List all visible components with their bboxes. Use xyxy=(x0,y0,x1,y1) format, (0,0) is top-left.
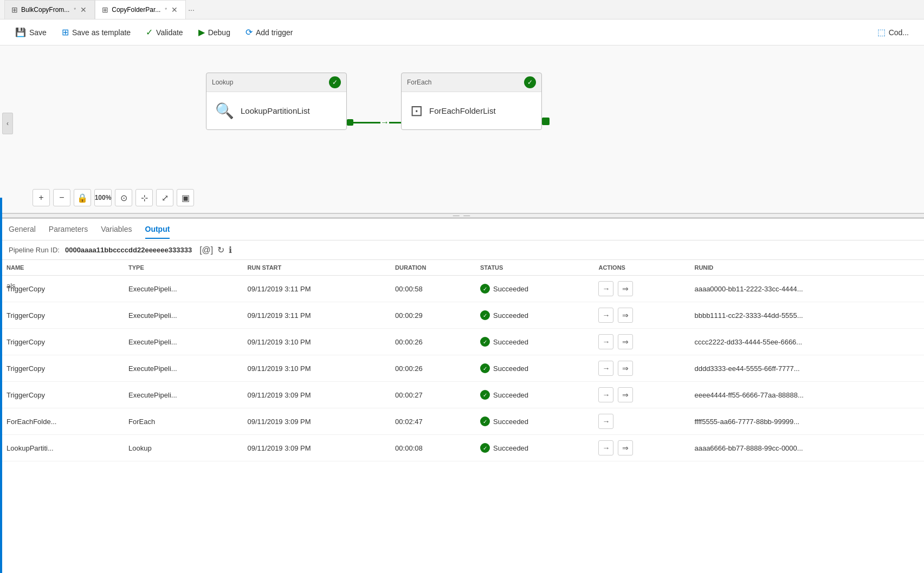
cell-status: ✓ Succeeded xyxy=(474,329,592,355)
foreach-node-label: ForEachFolderList xyxy=(429,106,496,115)
action-open-btn[interactable]: ⇒ xyxy=(618,440,633,455)
drag-handle[interactable]: — — xyxy=(0,213,924,218)
cell-actions: → xyxy=(592,408,688,435)
collapse-panel-btn[interactable]: ‹ xyxy=(2,113,13,134)
code-icon: ⬚ xyxy=(877,27,886,37)
connector-line xyxy=(353,122,380,123)
col-status: STATUS xyxy=(474,260,592,276)
action-navigate-btn[interactable]: → xyxy=(598,334,613,349)
col-duration: DURATION xyxy=(389,260,474,276)
panel-tabs: General Parameters Variables Output xyxy=(0,219,924,240)
action-open-btn[interactable]: ⇒ xyxy=(618,334,633,349)
add-trigger-button[interactable]: ⟳ Add trigger xyxy=(239,24,299,40)
tab-general[interactable]: General xyxy=(9,220,36,239)
lookup-success-badge: ✓ xyxy=(329,76,341,88)
cell-runid: ffff5555-aa66-7777-88bb-99999... xyxy=(688,408,924,435)
canvas-controls: + − 🔒 100% ⊙ ⊹ ⤢ ▣ xyxy=(33,189,194,206)
toolbar: 💾 Save ⊞ Save as template ✓ Validate ▶ D… xyxy=(0,19,924,45)
action-navigate-btn[interactable]: → xyxy=(598,308,613,323)
action-open-btn[interactable]: ⇒ xyxy=(618,361,633,376)
info-icon[interactable]: ℹ xyxy=(229,245,232,255)
left-bar xyxy=(0,198,2,573)
connector-left-dot xyxy=(347,119,353,126)
cell-type: ExecutePipeli... xyxy=(122,382,241,408)
validate-button[interactable]: ✓ Validate xyxy=(139,24,190,40)
save-button[interactable]: 💾 Save xyxy=(9,24,53,40)
fit-btn[interactable]: ⊙ xyxy=(115,189,132,206)
cell-name: LookupPartiti... xyxy=(0,435,122,461)
table-row: ForEachFolde... ForEach 09/11/2019 3:09 … xyxy=(0,408,924,435)
foreach-node[interactable]: ForEach ✓ ⊡ ForEachFolderList xyxy=(401,73,542,130)
action-navigate-btn[interactable]: → xyxy=(598,440,613,455)
pipeline-run-bar: Pipeline Run ID: 0000aaaa11bbccccdd22eee… xyxy=(0,240,924,260)
code-button[interactable]: ⬚ Cod... xyxy=(871,24,915,40)
expand-btn[interactable]: ⤢ xyxy=(156,189,173,206)
cell-run-start: 09/11/2019 3:09 PM xyxy=(241,382,389,408)
tab-2-label: CopyFolderPar... xyxy=(112,6,160,14)
action-open-btn[interactable]: ⇒ xyxy=(618,308,633,323)
tab-2-close[interactable]: ✕ xyxy=(170,5,179,14)
cell-actions: → ⇒ xyxy=(592,355,688,382)
cell-status: ✓ Succeeded xyxy=(474,276,592,302)
action-open-btn[interactable]: ⇒ xyxy=(618,281,633,296)
cell-type: ExecutePipeli... xyxy=(122,355,241,382)
debug-button[interactable]: ▶ Debug xyxy=(192,24,237,40)
refresh-icon[interactable]: ↻ xyxy=(217,245,224,255)
cell-duration: 00:00:58 xyxy=(389,276,474,302)
table-row: TriggerCopy ExecutePipeli... 09/11/2019 … xyxy=(0,382,924,408)
tab-output[interactable]: Output xyxy=(145,220,170,239)
zoom-btn[interactable]: 100% xyxy=(94,189,112,206)
tab-bar: ⊞ BulkCopyFrom... * ✕ ⊞ CopyFolderPar...… xyxy=(0,0,924,19)
save-template-icon: ⊞ xyxy=(62,27,69,37)
tab-1-close[interactable]: ✕ xyxy=(79,5,88,14)
cell-name: TriggerCopy xyxy=(0,382,122,408)
cell-runid: eeee4444-ff55-6666-77aa-88888... xyxy=(688,382,924,408)
save-template-label: Save as template xyxy=(72,28,131,37)
col-actions: ACTIONS xyxy=(592,260,688,276)
status-text: Succeeded xyxy=(493,285,528,293)
table-row: TriggerCopy ExecutePipeli... 09/11/2019 … xyxy=(0,276,924,302)
add-trigger-label: Add trigger xyxy=(256,28,293,37)
action-navigate-btn[interactable]: → xyxy=(598,414,613,429)
debug-icon: ▶ xyxy=(198,27,205,37)
cell-run-start: 09/11/2019 3:11 PM xyxy=(241,276,389,302)
table-header: NAME TYPE RUN START DURATION STATUS ACTI… xyxy=(0,260,924,276)
tab-parameters[interactable]: Parameters xyxy=(49,220,88,239)
cell-type: ExecutePipeli... xyxy=(122,302,241,329)
action-open-btn[interactable]: ⇒ xyxy=(618,387,633,402)
validate-icon: ✓ xyxy=(146,27,153,37)
cell-name: ForEachFolde... xyxy=(0,408,122,435)
cell-type: ExecutePipeli... xyxy=(122,276,241,302)
action-navigate-btn[interactable]: → xyxy=(598,387,613,402)
connector-arrow-icon: → xyxy=(380,118,389,127)
select-btn[interactable]: ⊹ xyxy=(135,189,153,206)
tab-1[interactable]: ⊞ BulkCopyFrom... * ✕ xyxy=(4,0,95,19)
status-text: Succeeded xyxy=(493,444,528,452)
cell-duration: 00:00:26 xyxy=(389,329,474,355)
cell-runid: dddd3333-ee44-5555-66ff-7777... xyxy=(688,355,924,382)
run-id-label: Pipeline Run ID: xyxy=(9,246,60,254)
col-runid: RUNID xyxy=(688,260,924,276)
add-btn[interactable]: + xyxy=(33,189,50,206)
cell-name: TriggerCopy xyxy=(0,302,122,329)
action-navigate-btn[interactable]: → xyxy=(598,361,613,376)
cell-actions: → ⇒ xyxy=(592,302,688,329)
save-template-button[interactable]: ⊞ Save as template xyxy=(55,24,137,40)
status-icon: ✓ xyxy=(480,284,490,294)
status-text: Succeeded xyxy=(493,418,528,426)
action-navigate-btn[interactable]: → xyxy=(598,281,613,296)
tab-variables[interactable]: Variables xyxy=(101,220,132,239)
more-tabs-icon[interactable]: ··· xyxy=(188,5,195,14)
cell-status: ✓ Succeeded xyxy=(474,408,592,435)
remove-btn[interactable]: − xyxy=(53,189,70,206)
cell-runid: cccc2222-dd33-4444-55ee-6666... xyxy=(688,329,924,355)
status-icon: ✓ xyxy=(480,416,490,426)
col-name: NAME xyxy=(0,260,122,276)
lock-btn[interactable]: 🔒 xyxy=(74,189,91,206)
cell-status: ✓ Succeeded xyxy=(474,355,592,382)
lookup-node[interactable]: Lookup ✓ 🔍 LookupPartitionList xyxy=(206,73,347,130)
grid-btn[interactable]: ▣ xyxy=(177,189,194,206)
copy-runid-icon[interactable]: [@] xyxy=(199,245,213,255)
cell-actions: → ⇒ xyxy=(592,435,688,461)
tab-2[interactable]: ⊞ CopyFolderPar... * ✕ xyxy=(95,0,186,19)
